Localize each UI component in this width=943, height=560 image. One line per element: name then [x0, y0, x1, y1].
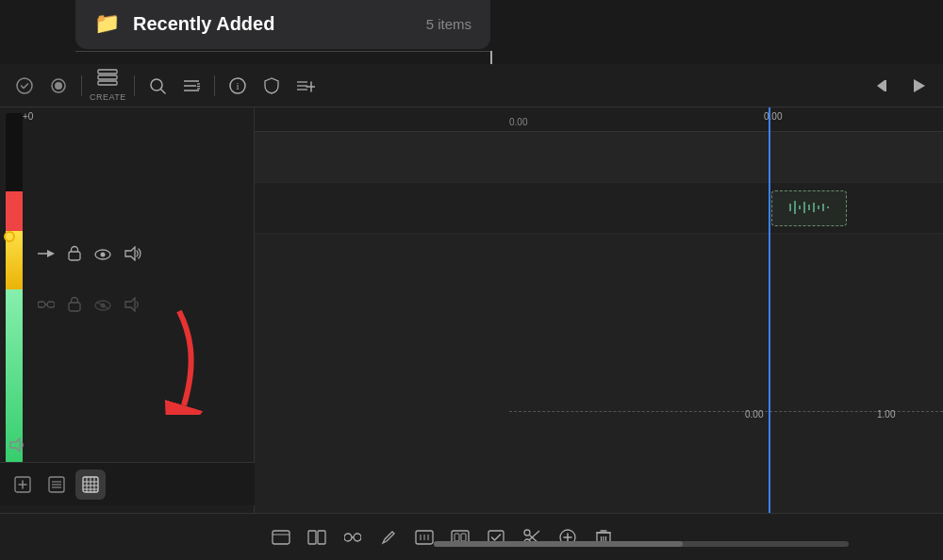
- track-2-volume-icon[interactable]: [124, 297, 141, 317]
- bottom-icon-5[interactable]: [407, 520, 441, 554]
- bottom-pencil-icon[interactable]: [372, 520, 405, 554]
- svg-rect-5: [98, 81, 117, 85]
- folder-icon: 📁: [94, 11, 120, 36]
- svg-rect-67: [344, 534, 352, 541]
- bottom-trash-icon[interactable]: [587, 520, 620, 554]
- play-button[interactable]: [903, 71, 934, 101]
- svg-rect-68: [354, 534, 361, 541]
- svg-line-80: [530, 531, 540, 540]
- waveform-icon: [786, 196, 833, 222]
- sidebar-bottom-toolbar: [0, 462, 255, 505]
- svg-point-29: [101, 253, 106, 257]
- svg-rect-75: [455, 534, 459, 541]
- grid-view-button[interactable]: [75, 469, 106, 500]
- bottom-icon-6[interactable]: [443, 520, 477, 554]
- panel-count: 5 items: [426, 16, 472, 32]
- add-track-button[interactable]: [290, 71, 321, 101]
- toolbar-right: [869, 71, 934, 101]
- svg-marker-22: [877, 80, 885, 91]
- track-1-visibility-icon[interactable]: [94, 246, 111, 265]
- dropdown-separator: [75, 51, 490, 52]
- ruler-mark-0: 0.00: [509, 117, 527, 127]
- create-icon: [97, 69, 118, 91]
- timeline-scrollbar[interactable]: [434, 541, 849, 547]
- track-1-followup-icon[interactable]: [38, 246, 55, 265]
- svg-marker-38: [125, 298, 135, 311]
- vu-db-label: +0: [23, 111, 33, 122]
- search-button[interactable]: [142, 71, 173, 101]
- svg-rect-31: [38, 302, 45, 307]
- track-2-visibility-icon[interactable]: [94, 297, 111, 316]
- svg-rect-66: [318, 531, 325, 544]
- timecode-zero: 0.00: [764, 111, 782, 122]
- track-2-lock-icon[interactable]: [68, 296, 81, 317]
- vu-red-segment: [6, 191, 23, 231]
- toolbar-divider-2: [134, 75, 135, 96]
- svg-rect-32: [47, 302, 55, 307]
- info-button[interactable]: i: [223, 71, 253, 101]
- svg-text:i: i: [236, 80, 239, 91]
- svg-rect-63: [273, 531, 290, 544]
- timecode-bottom-0: 0.00: [745, 409, 763, 420]
- bottom-link-icon[interactable]: [336, 520, 370, 554]
- vu-level-indicator: [4, 231, 15, 242]
- timeline: 0.00 0.00 0.00 1.00: [255, 107, 943, 513]
- track-lane-2: [255, 183, 943, 234]
- svg-rect-4: [98, 75, 117, 79]
- timecode-bottom-1: 1.00: [877, 409, 895, 420]
- create-label: CREATE: [90, 92, 126, 102]
- svg-line-37: [96, 302, 109, 309]
- timeline-ruler: 0.00: [255, 107, 943, 132]
- bottom-add-icon[interactable]: [551, 520, 585, 554]
- check-button[interactable]: [9, 71, 40, 101]
- svg-rect-76: [461, 534, 466, 541]
- track-lane-1: [255, 132, 943, 183]
- svg-marker-26: [47, 250, 55, 257]
- svg-point-0: [17, 78, 32, 93]
- svg-rect-65: [308, 531, 316, 544]
- toolbar-divider-3: [214, 75, 215, 96]
- bottom-scissors-icon[interactable]: [515, 520, 549, 554]
- add-track-sidebar-button[interactable]: [8, 469, 38, 500]
- svg-rect-27: [69, 252, 80, 260]
- svg-point-2: [55, 82, 62, 90]
- bottom-icon-2[interactable]: [300, 520, 334, 554]
- track-1-lock-icon[interactable]: [68, 245, 81, 266]
- panel-title: Recently Added: [133, 13, 413, 35]
- rewind-button[interactable]: [869, 71, 900, 101]
- list-button[interactable]: [176, 71, 207, 101]
- svg-marker-30: [125, 247, 135, 260]
- svg-rect-3: [98, 70, 117, 74]
- track-controls-row-2: [28, 281, 245, 332]
- main-toolbar: CREATE i: [0, 64, 943, 107]
- track-controls-row-1: [28, 230, 245, 281]
- toolbar-divider-1: [81, 75, 82, 96]
- svg-rect-34: [69, 303, 80, 311]
- svg-line-7: [160, 89, 165, 93]
- playhead: [769, 107, 770, 513]
- recently-added-panel: 📁 Recently Added 5 items: [75, 0, 490, 49]
- record-button[interactable]: [43, 71, 74, 101]
- shield-button[interactable]: [256, 71, 287, 101]
- svg-rect-23: [885, 80, 886, 91]
- track-2-link-icon[interactable]: [38, 297, 55, 316]
- track-1-volume-icon[interactable]: [124, 246, 141, 266]
- svg-marker-39: [10, 438, 20, 452]
- master-volume-icon[interactable]: [9, 437, 26, 456]
- svg-marker-24: [914, 79, 925, 92]
- svg-point-79: [524, 530, 530, 535]
- bottom-toolbar: [0, 513, 943, 560]
- audio-clip[interactable]: [771, 190, 847, 226]
- create-button[interactable]: CREATE: [90, 69, 126, 102]
- scrollbar-thumb[interactable]: [434, 541, 683, 547]
- bottom-icon-1[interactable]: [264, 520, 298, 554]
- track-list-button[interactable]: [41, 469, 72, 500]
- bottom-check-icon[interactable]: [479, 520, 513, 554]
